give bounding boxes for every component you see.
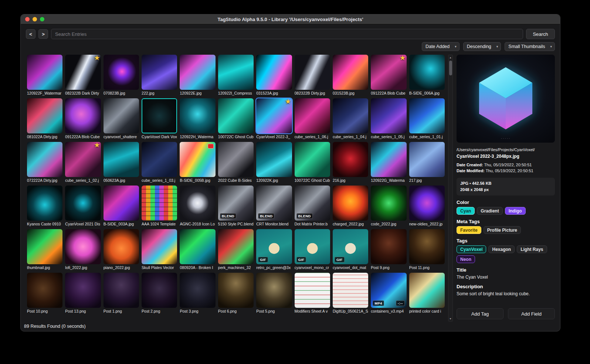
grid-item[interactable]: Post 9.png: [371, 229, 406, 270]
thumbnail-image: [27, 142, 62, 177]
grid-item[interactable]: cube_series_1_03.j: [142, 142, 177, 183]
grid-item[interactable]: B-SIDE_006A.jpg: [409, 55, 445, 95]
grid-item[interactable]: 070823B.jpg: [104, 55, 139, 95]
grid-item[interactable]: CyanVoxel 2021 Dis: [65, 186, 101, 226]
grid-item[interactable]: 072222A Dirty.jpg: [27, 142, 62, 183]
grid-item[interactable]: BLENDDot Matrix Printer.b: [295, 186, 330, 226]
grid-item[interactable]: BLEND5150 Style PC.blend: [218, 186, 254, 226]
grid-item[interactable]: 120922F_Watermar: [27, 55, 62, 95]
add-tag-button[interactable]: Add Tag: [457, 308, 503, 319]
grid-item[interactable]: 100722C Ghost Cub: [295, 142, 330, 183]
tag-pill[interactable]: Favorite: [457, 226, 481, 234]
grid-item[interactable]: perk_machines_32: [218, 229, 254, 270]
thumbnail-image: [218, 98, 254, 133]
grid-item[interactable]: Post 2.png: [142, 273, 177, 313]
grid-item[interactable]: lofi_2022.jpg: [65, 229, 101, 270]
grid-item[interactable]: Post 11.png: [409, 229, 445, 270]
thumbnail-filename: 070823B.jpg: [104, 91, 139, 95]
grid-item[interactable]: 031523A.jpg: [256, 55, 292, 95]
grid-item[interactable]: Post 13.png: [65, 273, 101, 313]
grid-item[interactable]: 080920A - Broken I: [180, 229, 215, 270]
forward-button[interactable]: >: [38, 29, 48, 39]
grid-item[interactable]: Post 1.png: [104, 273, 139, 313]
grid-item[interactable]: code_2022.jpg: [371, 186, 406, 226]
grid-item[interactable]: Kyanos Caste 0910: [27, 186, 62, 226]
grid-item[interactable]: DigItUp_050621A_S: [333, 273, 368, 313]
grid-item[interactable]: 031523B.jpg: [333, 55, 368, 95]
grid-item[interactable]: printed color card i: [409, 273, 445, 313]
grid-item[interactable]: AAA 1024 Template: [142, 186, 177, 226]
grid-item[interactable]: cube_series_1_04.j: [333, 98, 368, 139]
grid-item[interactable]: piano_2022.jpg: [104, 229, 139, 270]
grid-item[interactable]: 081022A Dirty.jpg: [27, 98, 62, 139]
grid-item[interactable]: 217.jpg: [409, 142, 445, 183]
grid-item[interactable]: GIFcyanvoxel_mono_cr: [295, 229, 330, 270]
zoom-window-button[interactable]: [40, 17, 44, 21]
grid-item[interactable]: cube_series_1_01.j: [409, 98, 445, 139]
grid-item[interactable]: Post 5.png: [256, 273, 292, 313]
grid-item[interactable]: Modifiers Sheet A v: [295, 273, 330, 313]
grid-item[interactable]: 120922G_Waterma: [371, 142, 406, 183]
grid-item[interactable]: 050623A.jpg: [104, 142, 139, 183]
add-field-button[interactable]: Add Field: [508, 308, 555, 319]
tag-pill[interactable]: Indigo: [505, 207, 526, 215]
grid-item[interactable]: cube_series_1_06.j: [295, 98, 330, 139]
minimize-window-button[interactable]: [33, 17, 37, 21]
grid-item[interactable]: CyanVoxel Dark Vox: [142, 98, 177, 139]
grid-item[interactable]: MP4-:--containers_v3.mp4: [371, 273, 406, 313]
search-button[interactable]: Search: [526, 29, 555, 39]
preview-image[interactable]: ·····: [457, 55, 555, 143]
grid-item[interactable]: cyanvoxel_shattere: [104, 98, 139, 139]
grid-item[interactable]: B-SIDE_005B.jpg: [180, 142, 215, 183]
thumbnail-size-dropdown[interactable]: Small Thumbnails ▾: [505, 42, 555, 51]
grid-item[interactable]: 120922H_Waterma: [180, 98, 215, 139]
scroll-up-icon[interactable]: ▲: [449, 55, 452, 60]
grid-item[interactable]: 222.jpg: [142, 55, 177, 95]
scrollbar-thumb[interactable]: [449, 61, 452, 75]
grid-item[interactable]: 100722C Ghost Cub: [218, 98, 254, 139]
grid-item[interactable]: GIFcyanvoxel_dot_mat: [333, 229, 368, 270]
thumbnail-image: BLEND: [256, 186, 292, 221]
grid-item[interactable]: Post 3.png: [180, 273, 215, 313]
thumbnail-filename: cube_series_1_03.j: [142, 178, 177, 183]
grid-item[interactable]: thumbnail.jpg: [27, 229, 62, 270]
tag-pill[interactable]: Gradient: [477, 207, 502, 215]
tag-pill[interactable]: Light Rays: [517, 245, 547, 253]
close-window-button[interactable]: [25, 17, 30, 21]
grid-item[interactable]: ★cube_series_1_02.j: [65, 142, 101, 183]
file-path: /Users/cyanvoxel/Files/Projects/CyanVoxe…: [457, 147, 555, 153]
tag-pill[interactable]: Cyan: [457, 207, 475, 215]
grid-item[interactable]: ★091222A Blob Cube: [371, 55, 406, 95]
grid-item[interactable]: BLENDCRT Monitor.blend: [256, 186, 292, 226]
tag-pill[interactable]: Profile Picture: [484, 226, 521, 234]
scrollbar-track[interactable]: [448, 60, 452, 316]
tag-pill[interactable]: Hexagon: [488, 245, 515, 253]
grid-item[interactable]: 2022 Cube B-Sides: [218, 142, 254, 183]
grid-item[interactable]: ★CyanVoxel 2022-3_: [256, 98, 292, 139]
grid-item[interactable]: 082322B Dirty.jpg: [295, 55, 330, 95]
grid-item[interactable]: B-SIDE_003A.jpg: [104, 186, 139, 226]
grid-item[interactable]: new-oldies_2022.jp: [409, 186, 445, 226]
search-input[interactable]: [51, 29, 523, 39]
sort-field-dropdown[interactable]: Date Added ▾: [422, 42, 460, 51]
grid-item[interactable]: GIFretro_pc_green@3x: [256, 229, 292, 270]
grid-item[interactable]: charged_2022.jpg: [333, 186, 368, 226]
grid-item[interactable]: 216.jpg: [333, 142, 368, 183]
grid-item[interactable]: 091222A Blob Cube: [65, 98, 101, 139]
grid-item[interactable]: 120922K.jpg: [256, 142, 292, 183]
vertical-scrollbar[interactable]: ▲ ▼: [448, 55, 453, 322]
grid-item[interactable]: 120922I_Compress: [218, 55, 254, 95]
grid-item[interactable]: AGNC-2018 Icon Lo: [180, 186, 215, 226]
grid-item[interactable]: Post 10.png: [27, 273, 62, 313]
sort-direction-dropdown[interactable]: Descending ▾: [463, 42, 501, 51]
grid-item[interactable]: Post 6.png: [218, 273, 254, 313]
tag-pill[interactable]: Neon: [457, 255, 475, 263]
grid-item[interactable]: Skull Plates Vector: [142, 229, 177, 270]
back-button[interactable]: <: [26, 29, 35, 39]
grid-item[interactable]: ★082322B Dark Dirty: [65, 55, 101, 95]
grid-item[interactable]: 120922E.jpg: [180, 55, 215, 95]
grid-item[interactable]: cube_series_1_05.j: [371, 98, 406, 139]
thumbnail-image: [142, 55, 177, 90]
tag-pill[interactable]: CyanVoxel: [457, 245, 486, 253]
scroll-down-icon[interactable]: ▼: [449, 316, 452, 321]
